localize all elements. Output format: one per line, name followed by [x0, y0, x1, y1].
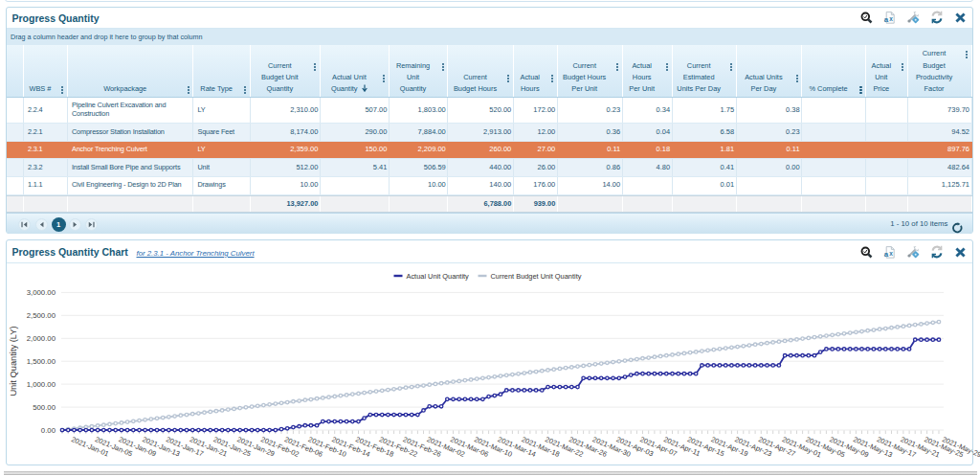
svg-text:2,000.00: 2,000.00: [27, 334, 56, 343]
svg-text:3,000.00: 3,000.00: [27, 288, 56, 297]
svg-text:Unit Quantity (LY): Unit Quantity (LY): [9, 326, 18, 396]
svg-text:x: x: [889, 14, 893, 21]
svg-text:1,000.00: 1,000.00: [27, 380, 56, 389]
svg-text:Actual Unit Quantity: Actual Unit Quantity: [407, 272, 470, 281]
svg-text:1,500.00: 1,500.00: [27, 357, 56, 366]
svg-text:Current Budget Unit Quantity: Current Budget Unit Quantity: [491, 272, 582, 281]
svg-text:a: a: [883, 15, 888, 24]
svg-text:2,500.00: 2,500.00: [27, 311, 56, 320]
svg-text:0.00: 0.00: [41, 426, 56, 435]
svg-text:500.00: 500.00: [33, 403, 56, 412]
